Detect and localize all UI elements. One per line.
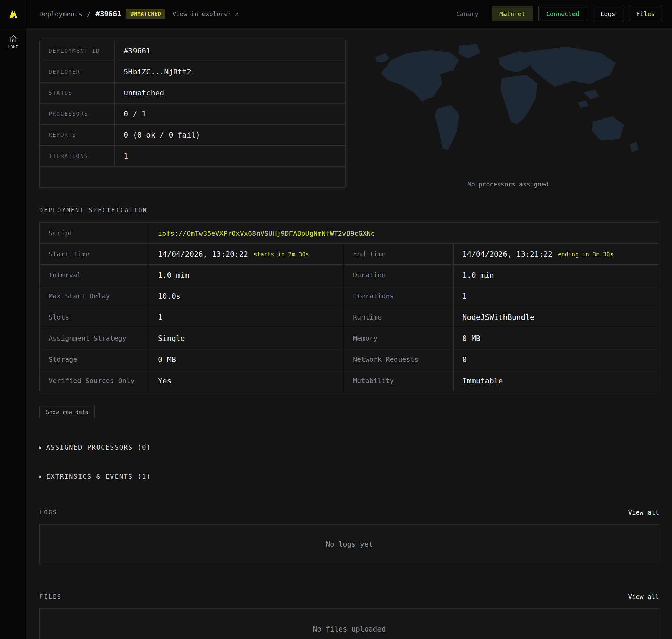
sidebar-item-home[interactable]: HOME — [0, 35, 26, 49]
table-row: Assignment Strategy Single Memory 0 MB — [40, 328, 659, 349]
logo-icon — [8, 9, 18, 19]
summary-row-label: DEPLOYER — [40, 61, 115, 82]
files-section-title: FILES — [40, 593, 62, 600]
sidebar: HOME — [0, 28, 27, 639]
table-row: ITERATIONS 1 — [40, 146, 345, 167]
logs-section-title: LOGS — [40, 509, 57, 516]
files-view-all-link[interactable]: View all — [628, 593, 659, 600]
topbar: Deployments / #39661 UNMATCHED View in e… — [0, 0, 672, 28]
spec-row-label-right: End Time — [344, 244, 454, 265]
summary-row-label: PROCESSORS — [40, 104, 115, 124]
table-row: Verified Sources Only Yes Mutability Imm… — [40, 370, 659, 391]
summary-row-value: 5HbiZC...NjRtt2 — [115, 61, 191, 82]
summary-row-label: ITERATIONS — [40, 146, 115, 166]
spec-row-value-right: 1.0 min — [454, 265, 659, 285]
files-section-header: FILES View all — [40, 593, 659, 600]
collapsible-section-header[interactable]: ▶ ASSIGNED PROCESSORS (0) — [40, 443, 659, 451]
spec-row-label-right: Runtime — [344, 307, 454, 328]
spec-row-label-right: Iterations — [344, 286, 454, 307]
deployment-summary-table: DEPLOYMENT ID #39661 DEPLOYER 5HbiZC...N… — [40, 40, 346, 188]
spec-row-label-left: Max Start Delay — [40, 286, 149, 307]
main-content: DEPLOYMENT ID #39661 DEPLOYER 5HbiZC...N… — [27, 28, 672, 639]
spec-row-value-left: Single — [149, 328, 344, 349]
status-badge: UNMATCHED — [126, 9, 166, 19]
spec-row-value-right: 0 MB — [454, 328, 659, 349]
summary-row-value: unmatched — [115, 82, 164, 103]
breadcrumb: Deployments / #39661 UNMATCHED View in e… — [27, 9, 239, 19]
mainnet-button[interactable]: Mainnet — [492, 6, 533, 21]
spec-row-label-right: Mutability — [344, 370, 454, 391]
summary-row-label: REPORTS — [40, 125, 115, 145]
breadcrumb-separator: / — [87, 10, 91, 18]
logs-section-header: LOGS View all — [40, 509, 659, 516]
topbar-actions: Canary Mainnet Connected Logs Files — [448, 6, 672, 21]
show-raw-data-button[interactable]: Show raw data — [40, 406, 95, 418]
collapsible-section-label: EXTRINSICS & EVENTS (1) — [46, 473, 151, 480]
files-button[interactable]: Files — [628, 6, 662, 21]
spec-section-title: DEPLOYMENT SPECIFICATION — [40, 207, 659, 214]
spec-row-label-left: Storage — [40, 349, 149, 370]
spec-script-row: Script ipfs://QmTw35eVXPrQxVx68nVSUHj9DF… — [40, 223, 659, 244]
canary-button[interactable]: Canary — [448, 6, 486, 21]
spec-row-value-left: 1 — [149, 307, 344, 328]
chevron-right-icon: ▶ — [40, 474, 42, 479]
connected-button[interactable]: Connected — [538, 6, 587, 21]
spec-row-label-right: Duration — [344, 265, 454, 285]
view-in-explorer-link[interactable]: View in explorer ↗ — [172, 10, 239, 17]
summary-row-value: 0 (0 ok / 0 fail) — [115, 125, 200, 145]
spec-row-label-left: Interval — [40, 265, 149, 285]
table-row: PROCESSORS 0 / 1 — [40, 104, 345, 125]
table-row: DEPLOYMENT ID #39661 — [40, 41, 345, 61]
spec-script-value[interactable]: ipfs://QmTw35eVXPrQxVx68nVSUHj9DFABpUgNm… — [149, 223, 659, 244]
collapsible-section-header[interactable]: ▶ EXTRINSICS & EVENTS (1) — [40, 473, 659, 480]
breadcrumb-deployments[interactable]: Deployments — [40, 10, 82, 18]
table-row: DEPLOYER 5HbiZC...NjRtt2 — [40, 61, 345, 82]
logs-view-all-link[interactable]: View all — [628, 509, 659, 516]
summary-row-value: 1 — [115, 146, 128, 166]
app-logo[interactable] — [0, 0, 27, 28]
world-map — [357, 40, 659, 176]
map-caption: No processors assigned — [468, 181, 548, 188]
table-row: Start Time 14/04/2026, 13:20:22starts in… — [40, 244, 659, 265]
summary-row-label: STATUS — [40, 82, 115, 103]
table-row: Interval 1.0 min Duration 1.0 min — [40, 265, 659, 286]
summary-row-value: 0 / 1 — [115, 104, 146, 124]
table-row: Slots 1 Runtime NodeJSWithBundle — [40, 307, 659, 328]
breadcrumb-deployment-id: #39661 — [95, 10, 121, 18]
table-row: STATUS unmatched — [40, 82, 345, 104]
spec-row-label-right: Network Requests — [344, 349, 454, 370]
spec-row-value-left: 0 MB — [149, 349, 344, 370]
spec-row-value-left: 14/04/2026, 13:20:22starts in 2m 30s — [149, 244, 344, 265]
spec-row-value-left: 1.0 min — [149, 265, 344, 285]
table-row: Max Start Delay 10.0s Iterations 1 — [40, 286, 659, 307]
table-row: REPORTS 0 (0 ok / 0 fail) — [40, 125, 345, 146]
deployment-spec-table: Script ipfs://QmTw35eVXPrQxVx68nVSUHj9DF… — [40, 222, 659, 391]
spec-row-label-left: Slots — [40, 307, 149, 328]
spec-script-label: Script — [40, 223, 149, 244]
chevron-right-icon: ▶ — [40, 445, 42, 450]
logs-button[interactable]: Logs — [593, 6, 623, 21]
summary-row-value: #39661 — [115, 41, 151, 61]
spec-row-value-right: 14/04/2026, 13:21:22ending in 3m 30s — [454, 244, 659, 265]
spec-row-label-right: Memory — [344, 328, 454, 349]
sidebar-item-home-label: HOME — [8, 45, 18, 49]
collapsible-section-label: ASSIGNED PROCESSORS (0) — [46, 443, 151, 451]
spec-row-value-left: Yes — [149, 370, 344, 391]
table-row: Storage 0 MB Network Requests 0 — [40, 349, 659, 370]
spec-row-label-left: Assignment Strategy — [40, 328, 149, 349]
home-icon — [9, 35, 18, 43]
spec-row-value-right: 0 — [454, 349, 659, 370]
spec-row-value-left: 10.0s — [149, 286, 344, 307]
spec-row-value-right: Immutable — [454, 370, 659, 391]
spec-row-value-right: NodeJSWithBundle — [454, 307, 659, 328]
processor-map-panel: No processors assigned — [357, 40, 659, 188]
summary-row-label: DEPLOYMENT ID — [40, 41, 115, 61]
spec-row-label-left: Verified Sources Only — [40, 370, 149, 391]
spec-row-value-right: 1 — [454, 286, 659, 307]
files-empty-state: No files uploaded — [40, 608, 659, 639]
spec-row-label-left: Start Time — [40, 244, 149, 265]
logs-empty-state: No logs yet — [40, 524, 659, 564]
